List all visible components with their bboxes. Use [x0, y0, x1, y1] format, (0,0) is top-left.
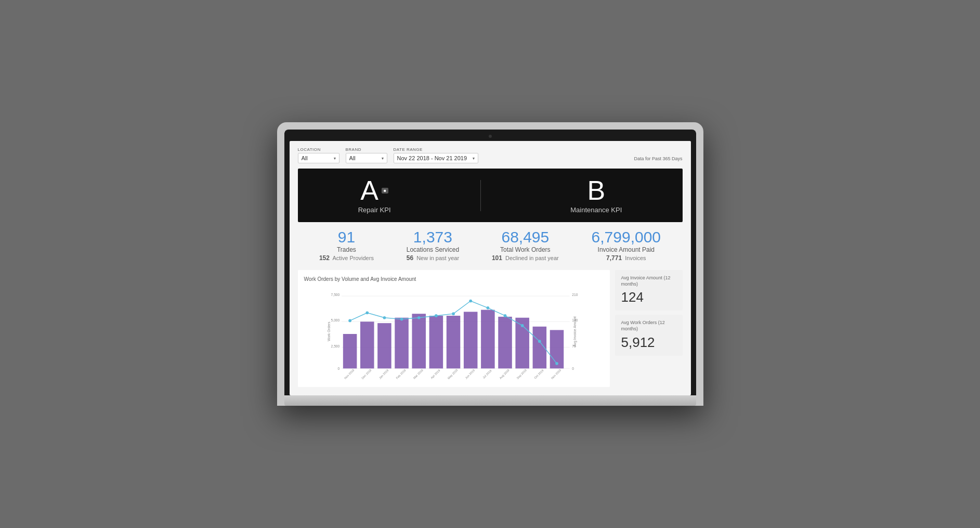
svg-rect-15 [360, 321, 374, 368]
svg-point-38 [538, 340, 541, 343]
stat-wo-title: Total Work Orders [492, 246, 559, 253]
chart-svg: 7,500 5,000 2,500 0 210 140 70 0 Wor [304, 287, 604, 381]
stat-trades-title: Trades [319, 246, 374, 253]
brand-filter-group: BRAND All [346, 147, 387, 163]
date-range-filter-group: DATE RANGE Nov 22 2018 - Nov 21 2019 [394, 147, 478, 163]
filter-bar: LOCATION All BRAND All [298, 147, 683, 163]
date-range-label: DATE RANGE [394, 147, 478, 152]
svg-text:210: 210 [572, 293, 578, 297]
svg-text:2,500: 2,500 [331, 344, 339, 348]
kpi-a-badge: ■ [382, 188, 388, 194]
brand-select[interactable]: All [346, 153, 387, 163]
svg-rect-16 [377, 323, 391, 368]
kpi-b-letter: B [587, 175, 605, 205]
date-range-select[interactable]: Nov 22 2018 - Nov 21 2019 [394, 153, 478, 163]
location-select-wrapper[interactable]: All [298, 153, 339, 163]
svg-text:5,000: 5,000 [331, 318, 339, 322]
svg-rect-21 [463, 312, 477, 368]
svg-point-37 [520, 324, 524, 327]
kpi-item-b: B Maintenance KPI [570, 177, 622, 214]
svg-text:Mar 2019: Mar 2019 [412, 369, 423, 380]
stat-trades-number: 91 [319, 229, 374, 245]
svg-point-34 [469, 300, 472, 303]
svg-rect-14 [343, 334, 357, 368]
svg-point-30 [400, 318, 403, 321]
data-note: Data for Past 365 Days [634, 156, 682, 163]
svg-text:Oct 2019: Oct 2019 [533, 369, 544, 380]
location-filter-group: LOCATION All [298, 147, 339, 163]
chart-sidebar: Avg Invoice Amount (12 months) 124 Avg W… [615, 270, 683, 356]
svg-text:Apr 2019: Apr 2019 [430, 369, 441, 380]
kpi-item-a: A ■ Repair KPI [358, 177, 391, 214]
sidebar-card-avg-wo: Avg Work Orders (12 months) 5,912 [615, 315, 683, 355]
svg-rect-17 [395, 318, 409, 369]
svg-point-32 [435, 314, 438, 317]
svg-text:Jun 2019: Jun 2019 [464, 369, 475, 380]
stat-trades-sub: 152 Active Providers [319, 254, 374, 262]
location-label: LOCATION [298, 147, 339, 152]
kpi-divider [480, 180, 481, 211]
kpi-a-letter: A [360, 177, 378, 204]
chart-main: Work Orders by Volume and Avg Invoice Am… [298, 270, 610, 387]
sidebar-avg-wo-label: Avg Work Orders (12 months) [621, 320, 676, 332]
svg-text:May 2019: May 2019 [447, 368, 458, 380]
stat-trades: 91 Trades 152 Active Providers [319, 229, 374, 262]
brand-label: BRAND [346, 147, 387, 152]
stat-invoice: 6,799,000 Invoice Amount Paid 7,771 Invo… [592, 229, 661, 262]
svg-text:7,500: 7,500 [331, 293, 339, 297]
svg-point-28 [365, 311, 369, 314]
svg-rect-19 [429, 316, 443, 368]
kpi-a-label: Repair KPI [358, 206, 391, 214]
svg-point-31 [417, 316, 420, 319]
stat-wo-number: 68,495 [492, 229, 559, 245]
stat-work-orders: 68,495 Total Work Orders 101 Declined in… [492, 229, 559, 262]
kpi-banner: A ■ Repair KPI B Maintenance KPI [298, 169, 683, 222]
kpi-b-label: Maintenance KPI [570, 206, 622, 214]
svg-text:Sep 2019: Sep 2019 [516, 369, 527, 380]
sidebar-avg-invoice-value: 124 [621, 289, 676, 305]
sidebar-avg-invoice-label: Avg Invoice Amount (12 months) [621, 275, 676, 287]
chart-title: Work Orders by Volume and Avg Invoice Am… [304, 276, 604, 282]
stat-trades-sub-number: 152 [319, 254, 330, 262]
svg-point-36 [503, 314, 506, 317]
stat-locations-sub-number: 56 [407, 254, 413, 262]
dashboard: LOCATION All BRAND All [290, 141, 691, 395]
bars [343, 310, 563, 369]
sidebar-avg-wo-value: 5,912 [621, 334, 676, 351]
stat-wo-sub-number: 101 [492, 254, 502, 262]
stat-locations: 1,373 Locations Serviced 56 New in past … [407, 229, 459, 262]
location-select[interactable]: All [298, 153, 339, 163]
stat-invoice-title: Invoice Amount Paid [592, 246, 661, 253]
svg-text:Nov 2019: Nov 2019 [550, 369, 561, 380]
screen: LOCATION All BRAND All [290, 141, 691, 395]
svg-text:Feb 2019: Feb 2019 [395, 369, 406, 380]
svg-point-33 [452, 312, 455, 315]
chart-area: 7,500 5,000 2,500 0 210 140 70 0 Wor [304, 287, 604, 381]
stat-wo-sub: 101 Declined in past year [492, 254, 559, 262]
stat-locations-sub: 56 New in past year [407, 254, 459, 262]
svg-point-39 [555, 362, 558, 365]
svg-point-35 [486, 306, 489, 310]
svg-point-29 [383, 316, 386, 319]
svg-rect-20 [446, 316, 460, 368]
svg-text:Aug 2019: Aug 2019 [499, 369, 509, 380]
svg-text:0: 0 [337, 367, 339, 370]
brand-select-wrapper[interactable]: All [346, 153, 387, 163]
stat-locations-number: 1,373 [407, 229, 459, 245]
svg-text:0: 0 [572, 367, 574, 370]
svg-rect-18 [412, 314, 426, 368]
stat-invoice-sub: 7,771 Invoices [592, 254, 661, 262]
camera-dot [489, 135, 492, 138]
svg-text:Nov 2018: Nov 2018 [343, 369, 354, 380]
date-range-select-wrapper[interactable]: Nov 22 2018 - Nov 21 2019 [394, 153, 478, 163]
chart-section: Work Orders by Volume and Avg Invoice Am… [298, 270, 683, 387]
stat-invoice-sub-number: 7,771 [606, 254, 622, 262]
svg-text:Avg Invoice Amount: Avg Invoice Amount [572, 316, 577, 347]
sidebar-card-avg-invoice: Avg Invoice Amount (12 months) 124 [615, 270, 683, 311]
svg-text:Dec 2018: Dec 2018 [361, 369, 372, 380]
stats-row: 91 Trades 152 Active Providers 1,373 Loc… [298, 229, 683, 262]
svg-text:Jan 2019: Jan 2019 [378, 369, 389, 380]
stat-invoice-number: 6,799,000 [592, 229, 661, 245]
stat-locations-title: Locations Serviced [407, 246, 459, 253]
svg-rect-23 [498, 317, 512, 368]
